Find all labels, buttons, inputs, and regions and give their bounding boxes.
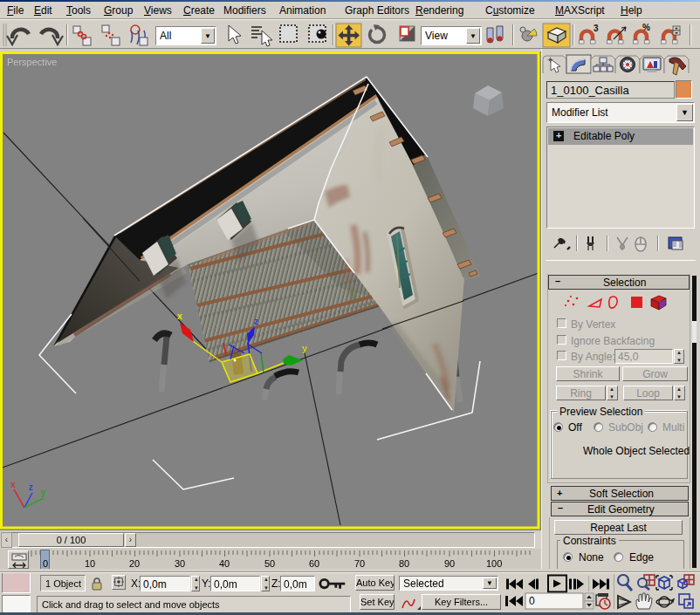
svg-text:z: z <box>254 316 259 326</box>
svg-text:3: 3 <box>594 24 599 33</box>
svg-text:Perspective: Perspective <box>7 57 57 67</box>
svg-text:y: y <box>302 343 308 353</box>
svg-text:x: x <box>10 480 16 489</box>
svg-text:%: % <box>642 23 650 32</box>
svg-text:0: 0 <box>529 595 535 607</box>
svg-text:y: y <box>41 488 46 497</box>
svg-text:x: x <box>177 311 183 321</box>
svg-text:z: z <box>29 482 33 492</box>
